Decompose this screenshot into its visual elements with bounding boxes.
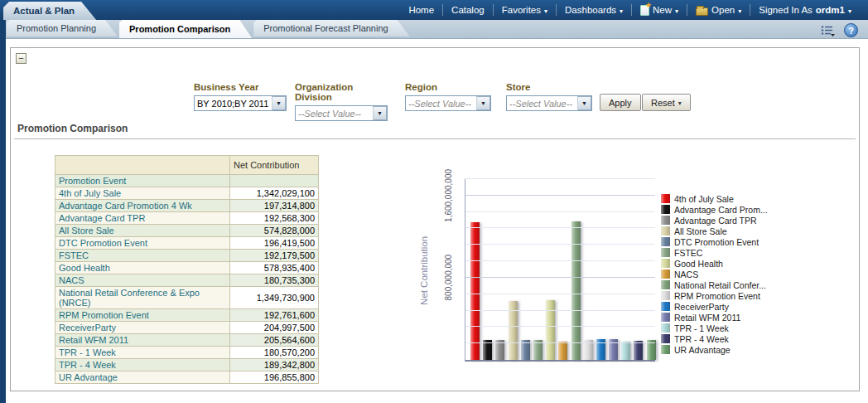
legend-label: RPM Promotion Event — [674, 291, 760, 301]
legend-item: Advantage Card TPR — [661, 215, 768, 226]
promotion-event-link[interactable]: Advantage Card TPR — [55, 212, 230, 225]
prompt-store: Store --Select Value-- ▼ — [506, 82, 592, 111]
promotion-event-link[interactable]: DTC Promotion Event — [55, 237, 230, 250]
promotion-comparison-table: Net Contribution Promotion Event 4th of … — [55, 155, 319, 384]
chart-plot: 800,000,0001,600,000,000 — [465, 179, 655, 362]
dropdown-arrow-icon[interactable]: ▼ — [577, 96, 591, 110]
promotion-event-link[interactable]: Advantage Card Promotion 4 Wk — [55, 200, 230, 212]
legend-item: All Store Sale — [661, 226, 768, 236]
table-row: All Store Sale574,828,000 — [55, 225, 319, 237]
tab-promotional-forecast-planning[interactable]: Promotional Forecast Planning — [253, 20, 409, 36]
promotion-event-link[interactable]: TPR - 1 Week — [55, 347, 230, 359]
legend-item: Good Health — [661, 258, 768, 269]
dashboard-title-tab[interactable]: Actual & Plan — [3, 2, 96, 20]
legend-label: Good Health — [674, 259, 723, 269]
legend-label: NACS — [674, 269, 698, 279]
legend-swatch-icon — [661, 313, 670, 322]
promotion-event-link[interactable]: 4th of July Sale — [55, 187, 230, 200]
nav-favorites[interactable]: Favorites▾ — [494, 5, 556, 15]
promotion-event-link[interactable]: All Store Sale — [55, 225, 230, 237]
bar-national-retail-conference-expo-nrce-[interactable] — [571, 221, 581, 360]
legend-item: TPR - 4 Week — [661, 333, 768, 344]
chart-legend: 4th of July SaleAdvantage Card Prom...Ad… — [661, 193, 768, 355]
gridline — [465, 244, 655, 245]
nav-open[interactable]: Open▾ — [687, 5, 750, 16]
nav-dashboards[interactable]: Dashboards▾ — [557, 5, 631, 15]
net-contribution-value: 574,828,000 — [230, 225, 319, 237]
bar-4th-of-july-sale[interactable] — [470, 222, 480, 360]
promotion-event-link[interactable]: Good Health — [55, 262, 230, 274]
net-contribution-value: 196,419,500 — [230, 237, 319, 250]
help-icon[interactable]: ? — [844, 23, 858, 37]
apply-button[interactable]: Apply — [600, 94, 641, 111]
table-row: UR Advantage196,855,800 — [55, 371, 319, 384]
table-header-row: Net Contribution — [55, 156, 319, 175]
application-window: Actual & Plan Home Catalog Favorites▾ Da… — [0, 0, 868, 403]
promotion-event-link[interactable]: NACS — [55, 274, 230, 287]
promotion-event-link[interactable]: FSTEC — [55, 250, 230, 262]
chevron-down-icon: ▾ — [848, 7, 851, 15]
net-contribution-header: Net Contribution — [230, 156, 319, 175]
tab-promotion-comparison[interactable]: Promotion Comparison — [119, 20, 252, 38]
legend-label: Advantage Card Prom... — [674, 205, 768, 215]
prompt-region: Region --Select Value-- ▼ — [405, 82, 491, 111]
signed-in-menu[interactable]: Signed In As ordm1 ▾ — [750, 5, 860, 15]
legend-swatch-icon — [661, 237, 670, 246]
legend-swatch-icon — [661, 248, 670, 257]
legend-swatch-icon — [661, 280, 670, 289]
nav-new[interactable]: New▾ — [632, 5, 687, 16]
promotion-event-link[interactable]: TPR - 4 Week — [55, 359, 230, 371]
prompt-business-year: Business Year BY 2010;BY 2011 ▼ — [194, 82, 287, 111]
chevron-down-icon: ▾ — [544, 7, 547, 15]
net-contribution-value: 204,997,500 — [230, 322, 319, 334]
legend-swatch-icon — [661, 226, 670, 235]
nav-catalog[interactable]: Catalog — [443, 5, 493, 15]
legend-swatch-icon — [661, 302, 670, 311]
promotion-event-link[interactable]: ReceiverParty — [55, 322, 230, 334]
collapse-section-button[interactable]: − — [16, 53, 27, 64]
net-contribution-value: 192,179,500 — [230, 250, 319, 262]
legend-label: Retail WFM 2011 — [674, 313, 740, 323]
dropdown-arrow-icon[interactable]: ▼ — [476, 96, 490, 110]
legend-label: TPR - 1 Week — [674, 323, 729, 333]
organization-division-select[interactable]: --Select Value-- ▼ — [295, 105, 388, 121]
business-year-select[interactable]: BY 2010;BY 2011 ▼ — [194, 95, 287, 111]
chart-bars — [465, 179, 655, 360]
gridline — [465, 211, 655, 212]
nav-home[interactable]: Home — [400, 5, 442, 15]
promotion-event-link[interactable]: National Retail Conference & Expo (NRCE) — [55, 287, 230, 309]
y-axis-tick-label: 1,600,000,000 — [444, 169, 456, 222]
legend-item: FSTEC — [661, 247, 768, 258]
table-row: DTC Promotion Event196,419,500 — [55, 237, 319, 250]
page-options-icon[interactable] — [821, 25, 836, 36]
gridline — [465, 195, 655, 196]
store-select[interactable]: --Select Value-- ▼ — [506, 95, 592, 111]
dropdown-arrow-icon[interactable]: ▼ — [373, 106, 387, 120]
legend-item: RPM Promotion Event — [661, 290, 768, 301]
table-row: TPR - 4 Week189,342,800 — [55, 359, 319, 371]
table-row: National Retail Conference & Expo (NRCE)… — [55, 287, 319, 309]
legend-swatch-icon — [661, 269, 670, 279]
organization-division-label: Organization Division — [295, 82, 388, 102]
tab-promotion-planning[interactable]: Promotion Planning — [7, 20, 118, 36]
legend-item: National Retail Confer... — [661, 279, 768, 290]
gridline — [465, 178, 655, 179]
promotion-event-link[interactable]: Retail WFM 2011 — [55, 334, 230, 347]
reset-button[interactable]: Reset▾ — [642, 94, 691, 111]
promotion-event-link[interactable]: UR Advantage — [55, 371, 230, 384]
username: ordm1 — [816, 5, 845, 15]
chevron-down-icon: ▾ — [620, 7, 623, 15]
chart-y-axis-title: Net Contribution — [418, 179, 430, 362]
legend-label: All Store Sale — [674, 226, 727, 236]
bar-nacs[interactable] — [558, 342, 567, 360]
left-edge-strip — [0, 20, 6, 403]
region-select[interactable]: --Select Value-- ▼ — [405, 95, 491, 111]
legend-label: TPR - 4 Week — [674, 334, 729, 344]
prompt-organization-division: Organization Division --Select Value-- ▼ — [295, 82, 388, 121]
dropdown-arrow-icon[interactable]: ▼ — [272, 96, 286, 110]
gridline — [465, 227, 655, 228]
bar-tpr-1-week[interactable] — [621, 342, 630, 360]
net-contribution-value: 192,568,300 — [230, 212, 319, 225]
new-document-icon — [640, 5, 649, 16]
promotion-event-link[interactable]: RPM Promotion Event — [55, 309, 230, 322]
